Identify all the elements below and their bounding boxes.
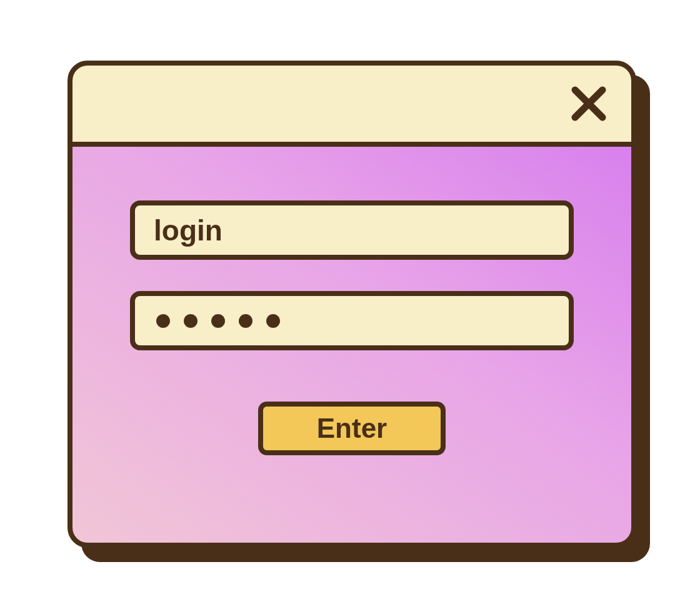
- password-input[interactable]: [154, 314, 280, 328]
- enter-button[interactable]: Enter: [258, 402, 446, 455]
- close-button[interactable]: [569, 84, 609, 124]
- password-dot: [156, 314, 170, 328]
- login-input[interactable]: [154, 214, 569, 247]
- password-dot: [211, 314, 225, 328]
- close-icon: [570, 85, 608, 122]
- titlebar: [72, 66, 631, 147]
- login-field-wrapper: [130, 200, 574, 260]
- password-field-wrapper[interactable]: [130, 291, 574, 350]
- login-body: Enter: [72, 147, 631, 543]
- password-dot: [184, 314, 198, 328]
- password-dot: [266, 314, 280, 328]
- password-dot: [239, 314, 252, 328]
- login-window: Enter: [68, 61, 636, 548]
- enter-button-label: Enter: [317, 413, 387, 444]
